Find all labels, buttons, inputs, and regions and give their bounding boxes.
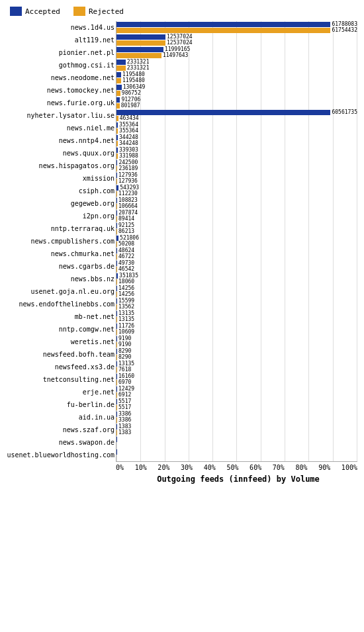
bars-group: 23313212331321 (116, 59, 357, 71)
rejected-bar-row: 46542 (116, 266, 357, 272)
rejected-value: 355364 (119, 128, 138, 134)
bars-group: 912706801987 (116, 97, 357, 109)
bars-group: 20787489414 (116, 210, 357, 222)
rejected-bar (116, 53, 161, 58)
accepted-value: 242500 (118, 159, 138, 165)
rejected-value: 463434 (120, 115, 139, 121)
row-label: nntp.comgw.net (5, 326, 114, 333)
accepted-bar-row: 127936 (116, 172, 357, 178)
row-label: news.nntp4.net (5, 137, 114, 144)
row-label: usenet.goja.nl.eu.org (5, 288, 114, 295)
accepted-bar (116, 424, 117, 429)
bars-group: 1306349986752 (116, 84, 357, 96)
row-label: news.szaf.org (5, 426, 114, 433)
table-row: nyheter.lysator.liu.se60561735463434 (116, 109, 357, 121)
rejected-bar (116, 28, 330, 33)
rejected-bar-row: 14256 (116, 291, 357, 297)
table-row: weretis.net91909190 (116, 336, 357, 347)
bars-group: 52180650208 (116, 235, 357, 247)
rejected-bar (116, 380, 117, 385)
rejected-bar (116, 342, 117, 347)
row-label: xmission (5, 175, 114, 182)
rejected-bar (116, 141, 118, 146)
rejected-bar-row (116, 455, 357, 461)
table-row: news.tomockey.net1306349986752 (116, 84, 357, 96)
bars-group: 124296912 (116, 386, 357, 398)
rejected-bar (116, 242, 117, 247)
rejected-bar-row: 9190 (116, 341, 357, 347)
bars-group: 35183518060 (116, 273, 357, 285)
table-row: erje.net124296912 (116, 386, 357, 398)
bars-group: 33863386 (116, 411, 357, 423)
x-axis-label: 50% (226, 464, 238, 471)
rejected-value: 112230 (118, 191, 138, 197)
table-row: xmission127936127936 (116, 172, 357, 184)
rejected-bar-row: 2331321 (116, 65, 357, 71)
rejected-bar-row: 11497643 (116, 52, 357, 58)
rejected-value: 18060 (118, 279, 134, 285)
rejected-bar (116, 279, 117, 285)
rejected-bar-row: 3386 (116, 417, 357, 423)
bars-group: 13831383 (116, 424, 357, 435)
rejected-bar-row (116, 442, 357, 448)
rejected-bar-row: 8290 (116, 354, 357, 360)
rejected-bar-row: 86213 (116, 228, 357, 234)
accepted-bar (116, 148, 118, 153)
rejected-bar (116, 216, 117, 222)
accepted-bar (116, 47, 163, 52)
rejected-value: 46542 (118, 266, 134, 272)
table-row: news.bbs.nz35183518060 (116, 273, 357, 285)
accepted-value: 12429 (118, 386, 134, 392)
row-label: pionier.net.pl (5, 49, 114, 56)
row-label: tnetconsulting.net (5, 376, 114, 383)
accepted-bar-row: 16160 (116, 373, 357, 379)
row-label: gegeweb.org (5, 200, 114, 207)
accepted-bar (116, 122, 118, 128)
rejected-bar-row: 7618 (116, 367, 357, 373)
rejected-bar-row: 6970 (116, 379, 357, 385)
row-label: erje.net (5, 388, 114, 396)
bars-group: 1559913562 (116, 298, 357, 310)
accepted-bar-row: 12537024 (116, 34, 357, 40)
table-row: nntp.comgw.net1172610609 (116, 323, 357, 335)
rejected-bar (116, 405, 117, 410)
table-row: usenet.goja.nl.eu.org1425614256 (116, 285, 357, 297)
rejected-bar (116, 179, 117, 184)
chart-container: Accepted Rejected news.1d4.us6178808 (0, 0, 364, 632)
accepted-bar (116, 135, 118, 140)
row-label: aid.in.ua (5, 414, 114, 421)
accepted-value: 355364 (119, 122, 138, 128)
rejected-bar (116, 166, 117, 171)
rejected-bar (116, 40, 165, 46)
accepted-bar (116, 34, 165, 40)
table-row: news.szaf.org13831383 (116, 424, 357, 435)
accepted-bar-row: 344248 (116, 134, 357, 140)
legend-rejected: Rejected (73, 7, 124, 16)
rejected-bar-row: 5517 (116, 404, 357, 410)
accepted-bar-row: 11726 (116, 323, 357, 329)
accepted-value: 61788083 (332, 21, 357, 27)
accepted-bar-row: 14256 (116, 285, 357, 291)
accepted-bar-row: 2331321 (116, 59, 357, 65)
row-label: fu-berlin.de (5, 401, 114, 408)
accepted-bar-row: 15599 (116, 298, 357, 304)
accepted-value: 1383 (118, 424, 131, 429)
accepted-bar-row: 5517 (116, 398, 357, 404)
row-label: weretis.net (5, 338, 114, 345)
accepted-bar-row: 3386 (116, 411, 357, 417)
rejected-bar (116, 78, 121, 83)
accepted-bar (116, 185, 118, 191)
rejected-bar (116, 254, 117, 259)
bars-group: 355364355364 (116, 122, 357, 134)
row-label: csiph.com (5, 187, 114, 195)
rejected-bar-row: 50208 (116, 241, 357, 247)
accepted-bar (116, 261, 117, 266)
row-label: gothmog.csi.it (5, 62, 114, 69)
row-label: news.endofthelinebbs.com (5, 300, 114, 308)
accepted-bar-row: 92125 (116, 222, 357, 228)
rejected-bar-row: 127936 (116, 178, 357, 184)
rejected-bar-row: 10609 (116, 329, 357, 335)
rejected-bar-row: 986752 (116, 90, 357, 96)
rejected-bar-row: 13135 (116, 316, 357, 322)
rejected-bar (116, 317, 117, 322)
